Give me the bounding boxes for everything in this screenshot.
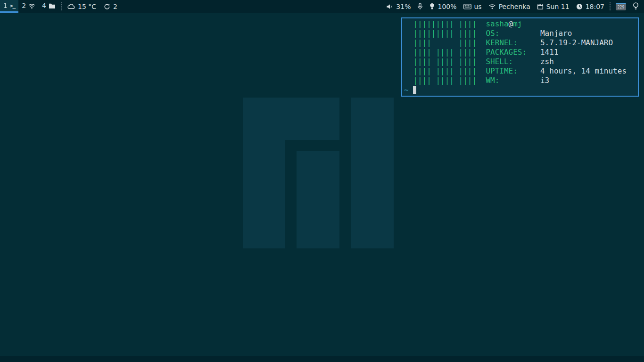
manjaro-logo-left-column xyxy=(243,98,285,248)
temperature-value: 15 °C xyxy=(78,3,96,10)
updates-widget[interactable]: 2 xyxy=(100,0,121,13)
date-value: Sun 11 xyxy=(546,3,570,10)
network-widget[interactable]: Pechenka xyxy=(485,0,534,13)
workspace-4-files[interactable]: 4 xyxy=(39,0,59,13)
cloud-icon xyxy=(67,4,75,9)
bulb-icon xyxy=(429,3,435,10)
terminal-output: ||||||||| |||| sasha@mj ||||||||| |||| O… xyxy=(402,18,638,95)
manjaro-logo-right-column xyxy=(351,98,394,248)
separator xyxy=(610,2,611,10)
brightness-widget[interactable]: 100% xyxy=(426,0,460,13)
tray-idea-toggle[interactable] xyxy=(629,0,642,13)
separator xyxy=(61,2,62,10)
workspace-1-terminal[interactable]: 1 >_ xyxy=(0,0,18,13)
workspace-label: 4 xyxy=(42,2,46,9)
microphone-icon xyxy=(417,3,423,10)
terminal-cursor xyxy=(413,86,416,94)
speaker-icon xyxy=(386,3,393,10)
network-name: Pechenka xyxy=(499,3,530,10)
weather-widget[interactable]: 15 °C xyxy=(64,0,100,13)
bottom-strip xyxy=(0,356,644,362)
calendar-icon xyxy=(537,3,544,10)
bar-left: 1 >_ 2 4 xyxy=(0,0,121,13)
keyboard-layout-value: us xyxy=(474,3,482,10)
wifi-icon xyxy=(28,3,35,9)
keyboard-icon xyxy=(463,4,471,9)
microphone-widget[interactable] xyxy=(414,0,426,13)
manjaro-logo-middle-column xyxy=(297,151,339,248)
workspace-2-wifi[interactable]: 2 xyxy=(18,0,39,13)
brightness-value: 100% xyxy=(438,3,456,10)
bar-right: 31% 100% xyxy=(383,0,644,13)
top-bar: 1 >_ 2 4 xyxy=(0,0,644,13)
workspace-label: 1 xyxy=(3,2,8,9)
terminal-icon: >_ xyxy=(10,3,15,9)
bulb-outline-icon xyxy=(633,2,639,10)
workspace-label: 2 xyxy=(22,2,26,9)
refresh-icon xyxy=(104,3,110,10)
keyboard-layout-widget[interactable]: us xyxy=(460,0,485,13)
updates-count: 2 xyxy=(113,3,117,10)
clock-widget[interactable]: 18:07 xyxy=(573,0,608,13)
tray-updates[interactable]: 229 xyxy=(612,0,629,13)
package-updates-icon: 229 xyxy=(616,3,626,10)
volume-widget[interactable]: 31% xyxy=(383,0,414,13)
wifi-icon xyxy=(488,3,496,9)
folder-icon xyxy=(49,3,56,9)
terminal-window[interactable]: ||||||||| |||| sasha@mj ||||||||| |||| O… xyxy=(401,17,639,97)
volume-value: 31% xyxy=(396,3,411,10)
time-value: 18:07 xyxy=(586,3,604,10)
clock-icon xyxy=(576,3,583,10)
date-widget[interactable]: Sun 11 xyxy=(534,0,573,13)
